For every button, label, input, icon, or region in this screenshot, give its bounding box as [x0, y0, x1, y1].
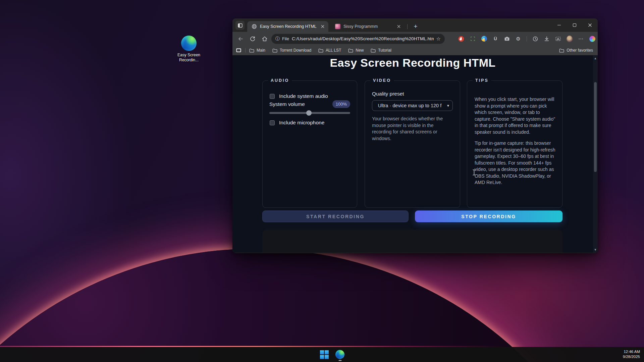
history-icon[interactable]	[532, 36, 538, 42]
system-volume-label: System volume	[269, 101, 305, 107]
web-capture-icon[interactable]	[555, 36, 561, 42]
bookmark-label: Torrent Download	[280, 48, 311, 53]
quality-preset-select[interactable]: Ultra · device max up to 120 f ▾	[372, 100, 453, 111]
slider-thumb[interactable]	[306, 110, 312, 116]
address-bar[interactable]: ⓘ File C:/Users/radul/Desktop/Easy%20Scr…	[271, 34, 445, 44]
system-volume-value-badge: 100%	[332, 100, 350, 108]
folder-icon	[348, 48, 353, 53]
system-volume-row: System volume 100%	[269, 100, 350, 108]
desktop-shortcut-easy-screen-recording[interactable]: Easy Screen Recordin...	[173, 36, 204, 63]
page-title: Easy Screen Recording HTML	[232, 56, 593, 69]
taskbar: 12:46 AM 9/28/2025	[0, 347, 644, 362]
tab-favicon	[335, 24, 340, 29]
page-info-icon[interactable]: ⓘ	[275, 36, 280, 42]
bookmark-label: ALL LST	[326, 48, 341, 53]
tab-title: Sissy Programmm	[343, 24, 395, 29]
favorites-bar-icon[interactable]	[236, 48, 241, 53]
close-button[interactable]	[582, 18, 598, 32]
tab-easy-screen-recording[interactable]: Easy Screen Recording HTML	[247, 21, 328, 32]
bookmark-label: Tutorial	[378, 48, 391, 53]
tab-strip: Easy Screen Recording HTML Sissy Program…	[232, 18, 598, 32]
tips-panel-legend: TIPS	[473, 78, 491, 83]
other-favorites-button[interactable]: Other favorites	[559, 48, 593, 53]
globe-icon	[252, 24, 257, 29]
browser-window: Easy Screen Recording HTML Sissy Program…	[232, 18, 598, 253]
tab-sissy-programmm[interactable]: Sissy Programmm	[331, 21, 405, 32]
taskbar-edge-button[interactable]	[335, 350, 345, 359]
tab-divider	[407, 24, 408, 29]
settings-more-icon[interactable]: ⋯	[578, 36, 584, 42]
include-system-audio-row[interactable]: Include system audio	[270, 93, 328, 99]
video-panel: VIDEO Quality preset Ultra · device max …	[365, 80, 460, 208]
back-icon[interactable]	[237, 36, 244, 42]
bookmark-label: Main	[257, 48, 265, 53]
folder-icon	[272, 48, 277, 53]
include-system-audio-label: Include system audio	[279, 93, 328, 99]
include-microphone-checkbox[interactable]	[270, 120, 275, 125]
recording-preview-panel	[262, 230, 562, 253]
system-volume-slider[interactable]	[269, 112, 350, 114]
window-controls	[551, 18, 598, 32]
tips-text: When you click start, your browser will …	[475, 96, 556, 186]
favorite-star-icon[interactable]: ☆	[436, 36, 441, 42]
start-recording-button[interactable]: START RECORDING	[262, 210, 409, 222]
edge-logo-icon	[335, 350, 344, 359]
running-app-indicator	[338, 360, 341, 361]
tips-panel: TIPS When you click start, your browser …	[467, 80, 562, 208]
taskbar-clock[interactable]: 12:46 AM 9/28/2025	[623, 349, 640, 359]
profile-avatar[interactable]	[567, 36, 573, 42]
pinwheel-extension-icon[interactable]	[481, 36, 487, 42]
home-icon[interactable]	[261, 36, 268, 42]
green-extension-icon[interactable]	[470, 36, 476, 42]
scrollbar-thumb[interactable]	[594, 82, 597, 172]
folder-icon	[318, 48, 323, 53]
quality-preset-value: Ultra · device max up to 120 f	[378, 103, 441, 108]
minimize-button[interactable]	[551, 18, 567, 32]
quality-preset-label: Quality preset	[372, 91, 404, 97]
windows-logo-icon	[320, 350, 329, 359]
include-microphone-row[interactable]: Include microphone	[270, 120, 324, 126]
scrollbar-down-icon[interactable]: ▼	[593, 248, 598, 251]
video-panel-legend: VIDEO	[370, 78, 394, 83]
adblock-hand-icon[interactable]	[458, 36, 464, 42]
camera-extension-icon[interactable]	[504, 36, 510, 42]
edge-logo-icon	[181, 36, 197, 51]
refresh-icon[interactable]	[249, 36, 256, 42]
downloads-icon[interactable]	[544, 36, 550, 42]
u-extension-icon[interactable]: Ü	[492, 36, 498, 42]
bookmark-folder-torrent-download[interactable]: Torrent Download	[272, 48, 311, 53]
page-scrollbar[interactable]: ▲ ▼	[593, 55, 598, 253]
tab-close-icon[interactable]	[395, 23, 402, 30]
extensions-row: Ü ⚙ ⋯	[458, 32, 595, 46]
include-microphone-label: Include microphone	[279, 120, 324, 126]
bookmark-folder-all-lst[interactable]: ALL LST	[318, 48, 341, 53]
workspaces-icon[interactable]	[235, 21, 245, 30]
tips-paragraph-2: Tip for in-game capture: this browser re…	[475, 140, 556, 186]
clock-date: 9/28/2025	[623, 354, 640, 359]
chevron-down-icon: ▾	[447, 103, 449, 108]
browser-toolbar: ⓘ File C:/Users/radul/Desktop/Easy%20Scr…	[232, 32, 598, 46]
bookmark-folder-tutorial[interactable]: Tutorial	[371, 48, 391, 53]
gear-icon[interactable]: ⚙	[515, 36, 521, 42]
scrollbar-up-icon[interactable]: ▲	[593, 57, 598, 60]
desktop: Easy Screen Recordin... Easy Screen Reco…	[0, 0, 644, 362]
audio-panel-legend: AUDIO	[268, 78, 292, 83]
maximize-button[interactable]	[567, 18, 582, 32]
tips-paragraph-1: When you click start, your browser will …	[475, 96, 556, 135]
new-tab-button[interactable]: +	[411, 22, 420, 31]
clock-time: 12:46 AM	[623, 349, 640, 354]
bookmark-folder-new[interactable]: New	[348, 48, 364, 53]
copilot-icon[interactable]	[589, 36, 595, 42]
folder-icon	[559, 48, 564, 53]
bookmark-folder-main[interactable]: Main	[249, 48, 265, 53]
audio-panel: AUDIO Include system audio System volume…	[262, 80, 357, 208]
folder-icon	[249, 48, 254, 53]
address-url[interactable]: C:/Users/radul/Desktop/Easy%20Screen%20R…	[292, 36, 434, 41]
start-button[interactable]	[319, 350, 329, 359]
tab-close-icon[interactable]	[319, 23, 326, 30]
bookmarks-bar: Main Torrent Download ALL LST New Tutori…	[232, 46, 598, 55]
desktop-shortcut-label: Easy Screen Recordin...	[173, 53, 204, 63]
taskbar-center-icons	[319, 350, 345, 359]
include-system-audio-checkbox[interactable]	[270, 94, 275, 99]
stop-recording-button[interactable]: STOP RECORDING	[415, 210, 562, 222]
